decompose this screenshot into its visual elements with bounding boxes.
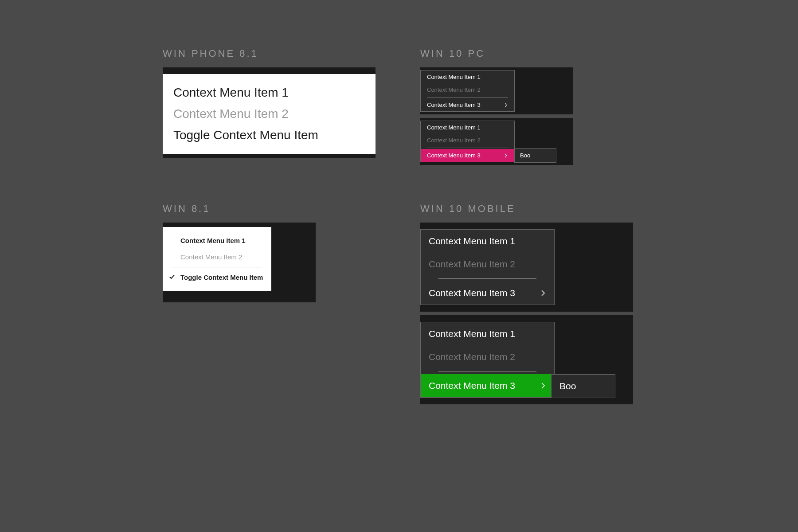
- win10mobile-container-1: Context Menu Item 1 Context Menu Item 2 …: [420, 223, 633, 312]
- win10pc-menu-2: Context Menu Item 1 Context Menu Item 2 …: [420, 121, 515, 162]
- chevron-right-icon: [504, 153, 508, 158]
- context-menu-item-3-hovered[interactable]: Context Menu Item 3: [421, 149, 514, 162]
- context-menu-item-label: Context Menu Item 2: [429, 352, 515, 362]
- context-menu-item-3[interactable]: Context Menu Item 3: [421, 98, 514, 111]
- context-menu-item-label: Context Menu Item 2: [427, 86, 481, 93]
- context-menu-item-3-hovered[interactable]: Context Menu Item 3: [421, 374, 554, 397]
- context-menu-item-3[interactable]: Context Menu Item 3: [421, 282, 554, 305]
- section-title: WIN 10 PC: [420, 48, 573, 59]
- section-win10mobile: WIN 10 MOBILE Context Menu Item 1 Contex…: [420, 203, 633, 408]
- context-menu-item-2[interactable]: Context Menu Item 2: [421, 253, 554, 276]
- winphone81-container: Context Menu Item 1 Context Menu Item 2 …: [163, 67, 376, 158]
- win81-container: Context Menu Item 1 Context Menu Item 2 …: [163, 223, 316, 302]
- section-win10pc: WIN 10 PC Context Menu Item 1 Context Me…: [420, 48, 573, 168]
- context-menu-item-label: Context Menu Item 1: [427, 74, 481, 80]
- win10pc-container-1: Context Menu Item 1 Context Menu Item 2 …: [420, 67, 573, 114]
- context-menu-item-label: Context Menu Item 3: [429, 380, 515, 391]
- context-menu-item-1[interactable]: Context Menu Item 1: [421, 230, 554, 253]
- chevron-right-icon: [540, 290, 546, 296]
- context-menu-item-toggle[interactable]: Toggle Context Menu Item: [173, 125, 365, 146]
- checkmark-icon: [169, 274, 175, 281]
- section-title: WIN PHONE 8.1: [163, 48, 376, 59]
- context-menu-item-2[interactable]: Context Menu Item 2: [421, 134, 514, 147]
- win10pc-container-2: Context Menu Item 1 Context Menu Item 2 …: [420, 118, 573, 165]
- context-menu-item-label: Context Menu Item 1: [427, 124, 481, 131]
- context-menu-item-2[interactable]: Context Menu Item 2: [173, 103, 365, 125]
- win81-menu: Context Menu Item 1 Context Menu Item 2 …: [163, 227, 271, 291]
- context-menu-item-label: Context Menu Item 2: [427, 137, 481, 144]
- context-menu-item-1[interactable]: Context Menu Item 1: [421, 70, 514, 83]
- section-winphone81: WIN PHONE 8.1 Context Menu Item 1 Contex…: [163, 48, 376, 158]
- context-menu-item-label: Context Menu Item 2: [429, 259, 515, 270]
- win10mobile-container-2: Context Menu Item 1 Context Menu Item 2 …: [420, 315, 633, 404]
- context-menu-item-label: Context Menu Item 3: [427, 152, 481, 159]
- chevron-right-icon: [504, 103, 508, 107]
- submenu-item-label: Boo: [520, 152, 530, 159]
- menu-divider: [427, 97, 508, 98]
- context-menu-item-2[interactable]: Context Menu Item 2: [421, 345, 554, 368]
- context-menu-item-label: Context Menu Item 3: [429, 288, 515, 298]
- section-win81: WIN 8.1 Context Menu Item 1 Context Menu…: [163, 203, 316, 302]
- winphone81-menu: Context Menu Item 1 Context Menu Item 2 …: [163, 74, 376, 154]
- context-menu-item-1[interactable]: Context Menu Item 1: [173, 82, 365, 103]
- context-menu-item-1[interactable]: Context Menu Item 1: [163, 232, 271, 249]
- context-menu-item-label: Context Menu Item 1: [429, 329, 515, 339]
- menu-divider: [438, 278, 536, 279]
- context-menu-item-label: Context Menu Item 3: [427, 102, 481, 108]
- context-menu-item-1[interactable]: Context Menu Item 1: [421, 121, 514, 134]
- win10mobile-menu-2: Context Menu Item 1 Context Menu Item 2 …: [420, 322, 555, 398]
- context-menu-item-toggle[interactable]: Toggle Context Menu Item: [163, 269, 271, 286]
- context-menu-item-2[interactable]: Context Menu Item 2: [163, 249, 271, 265]
- chevron-right-icon: [540, 383, 546, 389]
- win10mobile-menu-1: Context Menu Item 1 Context Menu Item 2 …: [420, 229, 555, 305]
- submenu[interactable]: Boo: [514, 148, 556, 163]
- menu-divider: [427, 148, 508, 148]
- win10pc-menu-1: Context Menu Item 1 Context Menu Item 2 …: [420, 70, 515, 112]
- menu-divider: [438, 371, 536, 372]
- context-menu-item-2[interactable]: Context Menu Item 2: [421, 83, 514, 96]
- submenu[interactable]: Boo: [551, 374, 615, 398]
- context-menu-item-label: Toggle Context Menu Item: [180, 274, 263, 281]
- section-title: WIN 8.1: [163, 203, 316, 215]
- section-title: WIN 10 MOBILE: [420, 203, 633, 215]
- submenu-item-label: Boo: [559, 381, 576, 391]
- menu-divider: [172, 267, 262, 267]
- context-menu-item-1[interactable]: Context Menu Item 1: [421, 322, 554, 345]
- context-menu-item-label: Context Menu Item 1: [429, 236, 515, 246]
